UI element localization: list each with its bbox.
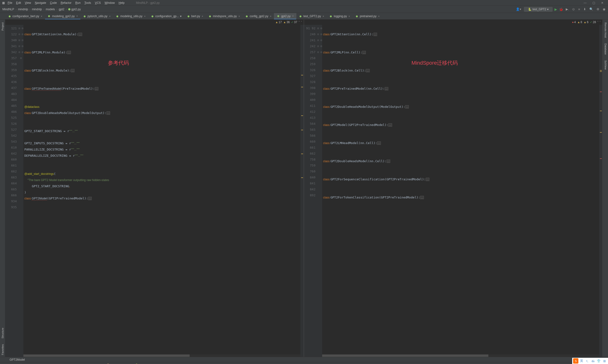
run-icon[interactable]: ▶ [554, 7, 557, 11]
database-tool[interactable]: Database [604, 41, 607, 56]
git-icon[interactable]: ⬇ [583, 7, 587, 11]
breadcrumb-0[interactable]: MindNLP [2, 8, 14, 11]
tab-mindspore_utils-py[interactable]: ⬢mindspore_utils.py× [206, 13, 243, 19]
python-file-icon: ⬢ [208, 14, 212, 18]
typos[interactable]: ✓37 [291, 21, 297, 24]
python-file-icon: ⬢ [151, 14, 154, 18]
tab-modeling_utils-py[interactable]: ⬢modeling_utils.py× [113, 13, 148, 19]
menu-file[interactable]: File [6, 1, 14, 5]
ime-logo-icon[interactable]: S [573, 358, 578, 364]
tab-gpt2-py[interactable]: ⬢gpt2.py× [274, 13, 296, 19]
maximize-icon[interactable]: ▢ [591, 1, 596, 4]
tab-config_gpt2-py[interactable]: ⬢config_gpt2.py× [242, 13, 274, 19]
h-scrollbar-left[interactable] [23, 354, 300, 357]
sciview-tool[interactable]: SciView [604, 58, 607, 72]
code-area-left[interactable]: 121 122 340 341 342 357 358 359 435 436 … [5, 25, 304, 357]
breadcrumb-5[interactable]: ⬢ gpt2.py [68, 8, 81, 11]
python-file-icon: ⬢ [8, 14, 11, 18]
tab-bert-py[interactable]: ⬢bert.py× [184, 13, 206, 19]
typos-r[interactable]: ✓28 [590, 21, 596, 24]
minimize-icon[interactable]: — [582, 1, 588, 4]
tab-logging-py[interactable]: ⬢logging.py× [327, 13, 353, 19]
menu-vcs[interactable]: VCS [93, 1, 103, 5]
warnings-weak[interactable]: ▲17 [275, 21, 282, 24]
python-file-icon: ⬢ [355, 14, 359, 18]
menu-edit[interactable]: Edit [14, 1, 23, 5]
structure-tool[interactable]: Structure [1, 326, 4, 340]
close-tab-icon[interactable]: × [323, 15, 324, 18]
python-file-icon: ⬢ [83, 14, 86, 18]
h-scrollbar-right[interactable] [322, 354, 599, 357]
ime-tools-icon[interactable]: ⊞ [602, 358, 607, 364]
python-file-icon: ⬢ [187, 14, 190, 18]
stop-icon[interactable]: ■ [578, 7, 581, 11]
editor-tabs: ⬢configuration_bert.py×⬢modeling_gpt2.py… [0, 13, 608, 20]
menu-navigate[interactable]: Navigate [33, 1, 48, 5]
tab-pretrained-py[interactable]: ⬢pretrained.py× [352, 13, 382, 19]
remote-host-tool[interactable]: Remote Host [604, 21, 607, 39]
python-file-icon: ⬢ [329, 14, 333, 18]
nav-up[interactable]: ˆ [299, 21, 300, 24]
close-tab-icon[interactable]: × [378, 15, 379, 18]
ime-lang-icon[interactable]: 英 [579, 358, 584, 364]
warnings-weak-r[interactable]: ▲8 [577, 21, 582, 24]
nav-down[interactable]: ˇ [301, 21, 302, 24]
editor-breadcrumb[interactable]: GPT2Model [0, 357, 608, 362]
left-editor: ▲17 ▲36 ✓37 ˆ ˇ 121 122 340 341 342 357 … [5, 20, 304, 357]
breadcrumb-1[interactable]: mindnlp [17, 8, 28, 11]
menu-help[interactable]: Help [117, 1, 126, 5]
menu-code[interactable]: Code [48, 1, 59, 5]
menu-tools[interactable]: Tools [83, 1, 93, 5]
python-file-icon: ⬢ [299, 14, 302, 18]
tab-test_GPT2-py[interactable]: ⬢test_GPT2.py× [296, 13, 327, 19]
menu-view[interactable]: View [23, 1, 33, 5]
settings-icon[interactable]: ⚙ [596, 7, 600, 11]
chevron-down-icon[interactable]: ▾ [180, 14, 181, 18]
tab-modeling_gpt2-py[interactable]: ⬢modeling_gpt2.py× [45, 13, 81, 19]
nav-up-r[interactable]: ˆ [597, 21, 598, 24]
warnings-r[interactable]: ▲6 [584, 21, 589, 24]
close-tab-icon[interactable]: × [270, 15, 272, 18]
search-icon[interactable]: 🔍 [589, 7, 594, 11]
errors[interactable]: ●4 [572, 21, 576, 24]
python-file-icon: ⬢ [245, 14, 248, 18]
tab-pytorch_utils-py[interactable]: ⬢pytorch_utils.py× [81, 13, 113, 19]
ime-input-icon[interactable]: 🖮 [590, 358, 595, 364]
ime-skin-icon[interactable]: 👕 [596, 358, 601, 364]
breadcrumb-4[interactable]: gpt2 [58, 8, 65, 11]
menu-refactor[interactable]: Refactor [59, 1, 73, 5]
navigation-bar: MindNLP›mindnlp›mindnlp›models›gpt2›⬢ gp… [0, 6, 608, 13]
close-tab-icon[interactable]: × [41, 15, 42, 18]
coverage-icon[interactable]: ▶. [565, 7, 570, 11]
run-config-selector[interactable]: 🐍 test_GPT2 ▾ [524, 7, 552, 12]
debug-icon[interactable]: 🐞 [559, 7, 563, 11]
ime-toolbar: S 英 •, 🖮 👕 ⊞ [572, 358, 608, 364]
project-tool[interactable]: Project [1, 21, 4, 32]
breadcrumb-3[interactable]: models [45, 8, 55, 11]
nav-down-r[interactable]: ˇ [600, 21, 601, 24]
menu-run[interactable]: Run [73, 1, 83, 5]
python-file-icon: ⬢ [276, 14, 280, 18]
close-tab-icon[interactable]: × [239, 15, 240, 18]
close-tab-icon[interactable]: × [349, 15, 350, 18]
close-tab-icon[interactable]: × [76, 15, 78, 17]
ime-punct-icon[interactable]: •, [585, 358, 590, 364]
window-title: MindNLP - gpt2.py [136, 1, 160, 4]
menu-window[interactable]: Window [103, 1, 117, 5]
close-tab-icon[interactable]: × [292, 15, 294, 17]
close-tab-icon[interactable]: × [144, 15, 145, 18]
close-icon[interactable]: ✕ [599, 1, 605, 4]
minimap-left[interactable] [300, 25, 304, 357]
code-area-right[interactable]: 91 92 240 241 242 257 258 259 326 327 32… [304, 25, 603, 357]
user-icon[interactable]: 👤▾ [515, 7, 522, 11]
profile-icon[interactable]: ⊙ [571, 7, 576, 11]
tab-configuration_bert-py[interactable]: ⬢configuration_bert.py× [5, 13, 45, 19]
tab-configuration_gp-[interactable]: ⬢configuration_gp...▾ [148, 13, 184, 19]
favorites-tool[interactable]: Favorites [1, 342, 4, 357]
close-tab-icon[interactable]: × [202, 15, 203, 18]
warnings[interactable]: ▲36 [283, 21, 290, 24]
minimap-right[interactable] [599, 25, 603, 357]
avatar-icon[interactable]: ◉ [602, 7, 606, 11]
breadcrumb-2[interactable]: mindnlp [31, 8, 42, 11]
close-tab-icon[interactable]: × [109, 15, 111, 18]
